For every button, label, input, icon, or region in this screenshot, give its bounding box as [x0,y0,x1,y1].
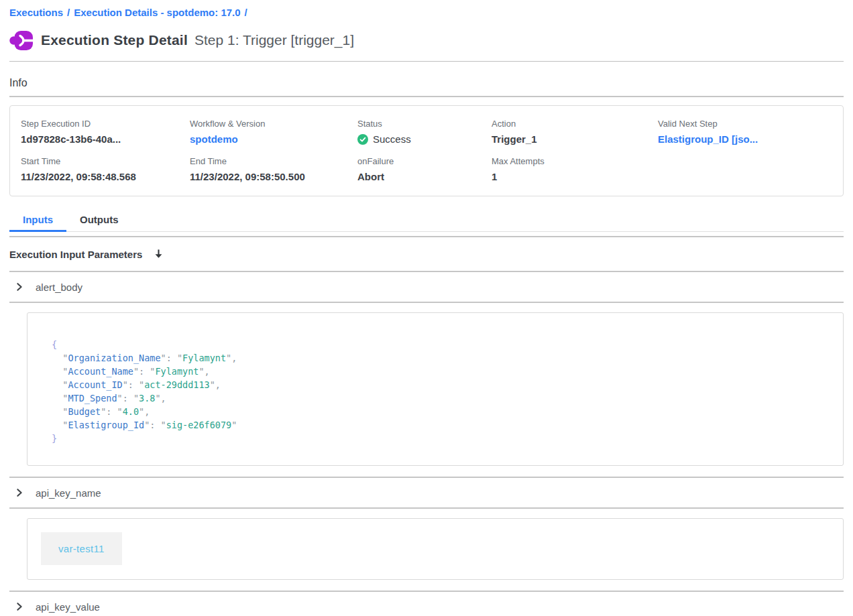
success-check-icon [357,134,368,145]
api-key-name-value-card: var-test11 [27,518,844,580]
inputs-outputs-tabs: Inputs Outputs [9,210,844,232]
json-code: { "Organization_Name": "Fylamynt", "Acco… [52,338,830,445]
api-key-name-value: var-test11 [41,532,122,565]
next-step-link[interactable]: Elastigroup_ID [jso... [658,133,832,145]
params-section-title: Execution Input Parameters [9,249,142,260]
breadcrumb-separator: / [67,7,70,18]
field-label: Valid Next Step [658,119,832,129]
chevron-right-icon [15,282,24,292]
field-value: Abort [357,171,492,182]
param-name: alert_body [36,282,82,293]
fylamynt-logo-icon [9,30,33,51]
workflow-link[interactable]: spotdemo [190,133,357,145]
title-divider [9,61,844,62]
status-text: Success [373,133,411,145]
breadcrumb-link-execution-details[interactable]: Execution Details - spotdemo: 17.0 [74,7,240,18]
status-value: Success [357,133,492,145]
field-label: Status [357,119,492,129]
field-label: Step Execution ID [21,119,190,129]
execution-input-parameters-header: Execution Input Parameters [9,237,844,271]
field-value: 1d97828c-13b6-40a... [21,133,190,145]
param-name: api_key_value [36,601,100,613]
field-label: End Time [190,156,357,166]
param-row-api-key-value[interactable]: api_key_value [9,592,844,616]
field-action: Action Trigger_1 [492,119,658,145]
field-max-attempts: Max Attempts 1 [492,156,658,182]
param-row-alert-body[interactable]: alert_body [9,272,844,302]
field-label: Workflow & Version [190,119,357,129]
page-title: Execution Step Detail [41,32,188,48]
info-card: Step Execution ID 1d97828c-13b6-40a... W… [9,105,844,196]
info-section: Info Step Execution ID 1d97828c-13b6-40a… [9,77,844,196]
row-divider [9,507,844,509]
field-label: onFailure [357,156,492,166]
info-divider [9,96,844,97]
field-end-time: End Time 11/23/2022, 09:58:50.500 [190,156,357,182]
param-name: api_key_name [36,487,101,499]
alert-body-json-card: { "Organization_Name": "Fylamynt", "Acco… [27,312,844,466]
breadcrumb: Executions/Execution Details - spotdemo:… [9,7,844,18]
field-value: 11/23/2022, 09:58:50.500 [190,171,357,182]
info-section-title: Info [9,77,844,89]
page-header: Execution Step Detail Step 1: Trigger [t… [9,27,844,54]
field-label: Max Attempts [492,156,658,166]
chevron-right-icon [15,488,24,497]
field-value: Trigger_1 [492,133,658,145]
download-arrow-icon[interactable] [152,248,165,261]
row-divider [9,302,844,303]
field-label: Start Time [21,156,190,166]
breadcrumb-separator: / [245,7,247,18]
field-onfailure: onFailure Abort [357,156,492,182]
field-workflow-version: Workflow & Version spotdemo [190,119,357,145]
page-subtitle: Step 1: Trigger [trigger_1] [194,32,354,48]
field-value: 11/23/2022, 09:58:48.568 [21,171,190,182]
tab-inputs[interactable]: Inputs [9,210,66,231]
breadcrumb-link-executions[interactable]: Executions [9,7,63,18]
field-start-time: Start Time 11/23/2022, 09:58:48.568 [21,156,190,182]
tab-outputs[interactable]: Outputs [66,210,132,231]
field-step-execution-id: Step Execution ID 1d97828c-13b6-40a... [21,119,190,145]
chevron-right-icon [15,602,24,611]
field-value: 1 [492,171,658,182]
field-status: Status Success [357,119,492,145]
field-valid-next-step: Valid Next Step Elastigroup_ID [jso... [658,119,832,145]
field-label: Action [492,119,658,129]
field-empty [658,156,832,182]
param-row-api-key-name[interactable]: api_key_name [9,478,844,507]
